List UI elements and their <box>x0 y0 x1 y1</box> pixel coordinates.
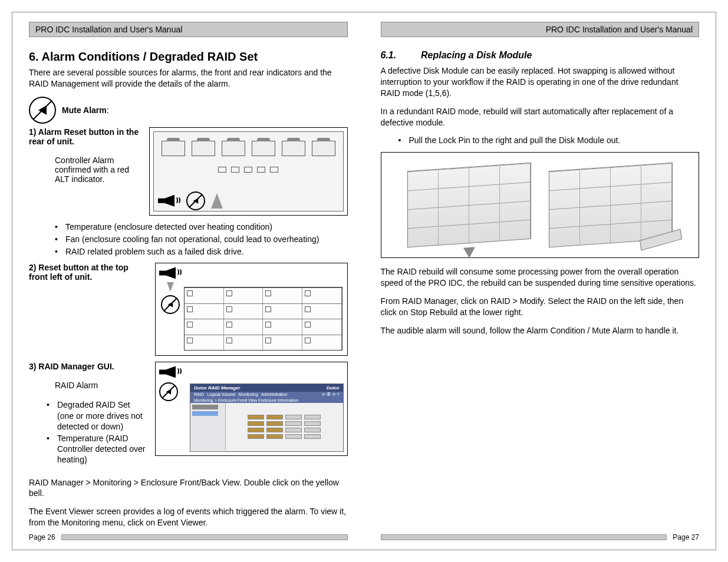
item-1-sub: Controller Alarm confirmed with a red AL… <box>29 156 141 184</box>
arrow-down-icon <box>167 282 174 292</box>
bullet-temp-raid: Temperature (RAID Controller detected ov… <box>47 433 147 465</box>
right-p1: A defective Disk Module can be easily re… <box>381 65 700 99</box>
subsection-number: 6.1. <box>381 50 419 61</box>
item-3-sub: RAID Alarm <box>29 381 147 390</box>
item-2-label: 2) Reset button at the top front left of… <box>29 263 147 282</box>
page-number-left: Page 26 <box>29 533 55 541</box>
page-header-left: PRO IDC Installation and User's Manual <box>29 22 348 37</box>
figure-front-unit <box>155 263 348 356</box>
header-text-right: PRO IDC Installation and User's Manual <box>546 25 693 34</box>
page-header-right: PRO IDC Installation and User's Manual <box>381 22 700 37</box>
page-number-right: Page 27 <box>673 533 699 541</box>
gui-brand: Dulce <box>327 385 340 391</box>
mute-alarm-icon <box>29 97 56 124</box>
footer-bar-left <box>61 534 348 540</box>
right-p2: In a redundant RAID mode, rebuild will s… <box>381 106 700 128</box>
figure-rear-unit <box>149 127 348 216</box>
right-p5: The audible alarm will sound, follow the… <box>381 325 700 336</box>
right-p3: The RAID rebuild will consume some proce… <box>381 266 700 289</box>
footer-bar-right <box>381 534 667 540</box>
section-title: 6. Alarm Conditions / Degraded RAID Set <box>29 50 348 64</box>
gui-title: Dulce RAID Manager <box>194 385 241 391</box>
arrow-up-icon <box>211 193 223 209</box>
right-p4: From RAID Manager, click on RAID > Modif… <box>381 296 700 318</box>
bullet-raid-problem: RAID related problem such as a failed di… <box>55 246 348 257</box>
event-viewer-paragraph: The Event Viewer screen provides a log o… <box>29 506 348 528</box>
intro-paragraph: There are several possible sources for a… <box>29 67 348 90</box>
bullet-degraded: Degraded RAID Set (one or more drives no… <box>47 399 147 432</box>
bullet-fan: Fan (enclosure cooling fan not operation… <box>55 234 348 245</box>
mute-alarm-label: Mute Alarm <box>62 105 107 115</box>
subsection-title: 6.1. Replacing a Disk Module <box>381 50 700 61</box>
bullet-temperature: Temperature (enclosure detected over hea… <box>55 222 348 233</box>
figure-raid-manager-gui: Dulce RAID Manager Dulce RAID Logical Vo… <box>155 362 348 456</box>
nav-paragraph: RAID Manager > Monitoring > Enclosure Fr… <box>29 477 348 500</box>
figure-disk-module-replace <box>381 152 700 258</box>
subsection-text: Replacing a Disk Module <box>421 50 532 60</box>
gui-breadcrumb: Monitoring > Enclosure Front View Enclos… <box>190 398 343 403</box>
arrow-down-icon <box>463 247 475 259</box>
item-3-label: 3) RAID Manager GUI. <box>29 362 147 371</box>
item-1-label: 1) Alarm Reset button in the rear of uni… <box>29 127 141 146</box>
bullet-pull-lock-pin: Pull the Lock Pin to the right and pull … <box>398 135 700 146</box>
header-text-left: PRO IDC Installation and User's Manual <box>35 25 182 34</box>
